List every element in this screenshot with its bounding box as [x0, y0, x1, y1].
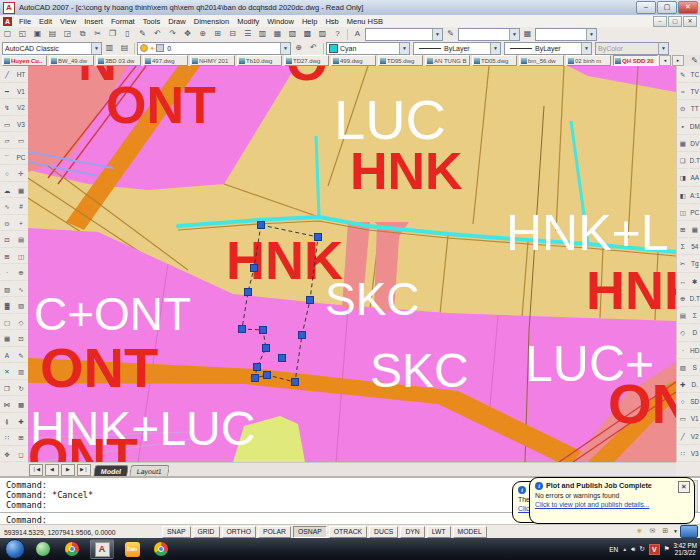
draw-tool-1-icon[interactable]: ━	[0, 83, 14, 100]
draw-tool-13-icon[interactable]: ▨	[0, 281, 14, 298]
drawing-tab-3bd-03-dw[interactable]: 3BD 03.dw	[96, 55, 141, 66]
right-btn-19-sd[interactable]: SD	[689, 393, 700, 410]
drawing-tab-bm-56-dw[interactable]: bm_56.dw	[519, 55, 564, 66]
redo-icon[interactable]: ↷	[165, 27, 180, 41]
statusbar-toggle-grid[interactable]: GRID	[193, 526, 220, 538]
left-tool-10-icon[interactable]: ▤	[14, 231, 28, 248]
layout-nav-2-icon[interactable]: ▶	[61, 464, 75, 476]
grip-handle[interactable]	[254, 364, 261, 371]
drawing-tab-scroll-right-icon[interactable]: ▸	[672, 55, 684, 66]
statusbar-toggle-otrack[interactable]: OTRACK	[329, 526, 367, 538]
drawing-tab-497-dwg[interactable]: 497.dwg	[143, 55, 188, 66]
left-tool-17-icon[interactable]: ✎	[14, 347, 28, 364]
tool-palettes-icon[interactable]: ▦	[270, 27, 285, 41]
left-tool-6-icon[interactable]: ✛	[14, 165, 28, 182]
drawing-tab-tb10-dwg[interactable]: Tb10.dwg	[237, 55, 282, 66]
menu-tools[interactable]: Tools	[139, 17, 165, 26]
layer-manager-icon[interactable]: ▤	[117, 41, 132, 55]
statusbar-toggle-lwt[interactable]: LWT	[427, 526, 451, 538]
menu-view[interactable]: View	[56, 17, 80, 26]
drawing-tab-huyen-cu-[interactable]: Huyen Cu..	[2, 55, 47, 66]
right-btn-9-icon[interactable]: ▦	[689, 221, 700, 238]
drawing-tab-02-binh-m[interactable]: 02 binh m	[566, 55, 611, 66]
menu-format[interactable]: Format	[107, 17, 139, 26]
left-tool-2-v2[interactable]: V2	[14, 99, 28, 116]
plot-publish-balloon[interactable]: i Plot and Publish Job Complete ✕ No err…	[529, 477, 695, 524]
mdi-minimize-button[interactable]: ‒	[653, 16, 667, 27]
draw-tool-21-icon[interactable]: ≬	[0, 413, 14, 430]
right-btn-18-d[interactable]: D.	[689, 376, 700, 393]
menu-insert[interactable]: Insert	[80, 17, 107, 26]
copy-icon[interactable]: ❐	[105, 27, 120, 41]
left-tool-5-pc[interactable]: PC	[14, 149, 28, 166]
right-btn-3-dm[interactable]: DM	[689, 118, 700, 135]
plot-preview-icon[interactable]: ◲	[60, 27, 75, 41]
right-tool-3-icon[interactable]: ▪	[677, 118, 689, 135]
right-btn-11-icon[interactable]: Tg	[689, 255, 700, 272]
drawing-tab-qh-sdd-20[interactable]: QH SDD 20	[613, 55, 658, 66]
table-style-icon[interactable]: ▦	[520, 27, 535, 41]
menu-help[interactable]: Help	[298, 17, 321, 26]
layer-previous-icon[interactable]: ↶	[306, 41, 321, 55]
statusbar-toggle-model[interactable]: MODEL	[453, 526, 487, 538]
clock[interactable]: 3:42 PM21/3/22	[674, 542, 697, 556]
right-tool-15-icon[interactable]: ◇	[677, 324, 689, 341]
right-tool-17-icon[interactable]: ▧	[677, 359, 689, 376]
zoom-window-icon[interactable]: ⊞	[210, 27, 225, 41]
grip-handle[interactable]	[251, 265, 258, 272]
dim-style-dropdown[interactable]: ▼	[458, 28, 520, 41]
right-btn-22-v3[interactable]: V3	[689, 445, 700, 462]
left-tool-12-icon[interactable]: ⊕	[14, 264, 28, 281]
text-style-dropdown[interactable]: ▼	[365, 28, 443, 41]
text-style-icon[interactable]: A	[350, 27, 365, 41]
layout-nav-3-icon[interactable]: ▶❘	[77, 464, 91, 476]
draw-tool-12-icon[interactable]: ·	[0, 264, 14, 281]
language-indicator[interactable]: EN	[609, 546, 618, 553]
close-button[interactable]: ✕	[678, 1, 698, 14]
right-tool-10-icon[interactable]: Σ	[677, 238, 689, 255]
draw-tool-3-icon[interactable]: ▭	[0, 116, 14, 133]
paste-icon[interactable]: ▯	[120, 27, 135, 41]
left-tool-4-icon[interactable]: ▭	[14, 132, 28, 149]
grip-handle[interactable]	[245, 289, 252, 296]
draw-tool-11-icon[interactable]: ⊞	[0, 248, 14, 265]
drawing-tab-td27-dwg[interactable]: TD27.dwg	[284, 55, 329, 66]
menu-file[interactable]: File	[15, 17, 35, 26]
statusbar-toggle-osnap[interactable]: OSNAP	[293, 526, 327, 538]
color-dropdown[interactable]: Cyan▼	[326, 42, 410, 55]
zoom-realtime-icon[interactable]: ⊕	[195, 27, 210, 41]
left-tool-7-icon[interactable]: ▦	[14, 182, 28, 199]
left-tool-0-ht[interactable]: HT	[14, 66, 28, 83]
help-icon[interactable]: ?	[330, 27, 345, 41]
publish-icon[interactable]: ⧉	[75, 27, 90, 41]
right-btn-0-tc[interactable]: TC	[689, 66, 700, 83]
statusbar-toggle-snap[interactable]: SNAP	[162, 526, 191, 538]
unikey-icon[interactable]: V	[649, 544, 660, 555]
right-tool-8-icon[interactable]: ◫	[677, 204, 689, 221]
balloon-close-icon[interactable]: ✕	[678, 481, 690, 493]
menu-modify[interactable]: Modify	[233, 17, 263, 26]
grip-handle[interactable]	[258, 222, 265, 229]
zoom-previous-icon[interactable]: ⊟	[225, 27, 240, 41]
taskbar-item-chrome-2[interactable]	[150, 540, 172, 558]
draw-tool-7-icon[interactable]: ☁	[0, 182, 14, 199]
draw-tool-20-icon[interactable]: ⋈	[0, 396, 14, 413]
draw-tool-14-icon[interactable]: ▓	[0, 297, 14, 314]
left-tool-15-icon[interactable]: ◇	[14, 314, 28, 331]
left-tool-3-v3[interactable]: V3	[14, 116, 28, 133]
left-tool-8-[interactable]: #	[14, 198, 28, 215]
drawing-tab-bw-49-dw[interactable]: BW_49.dw	[49, 55, 94, 66]
menu-edit[interactable]: Edit	[35, 17, 56, 26]
left-tool-22-icon[interactable]: ⊞	[14, 429, 28, 446]
grip-handle[interactable]	[299, 332, 306, 339]
plot-notify-icon[interactable]: ⎈	[634, 526, 645, 536]
right-tool-0-icon[interactable]: ✎	[677, 66, 689, 83]
right-btn-8-pc[interactable]: PC	[689, 204, 700, 221]
mdi-close-button[interactable]: ✕	[683, 16, 697, 27]
right-tool-19-icon[interactable]: ○	[677, 393, 689, 410]
markup-icon[interactable]: ▩	[300, 27, 315, 41]
draw-tool-16-icon[interactable]: ▦	[0, 330, 14, 347]
left-tool-18-icon[interactable]: ▥	[14, 363, 28, 380]
workspace-settings-icon[interactable]: ▥	[102, 41, 117, 55]
right-btn-14-icon[interactable]: Σ	[689, 307, 700, 324]
